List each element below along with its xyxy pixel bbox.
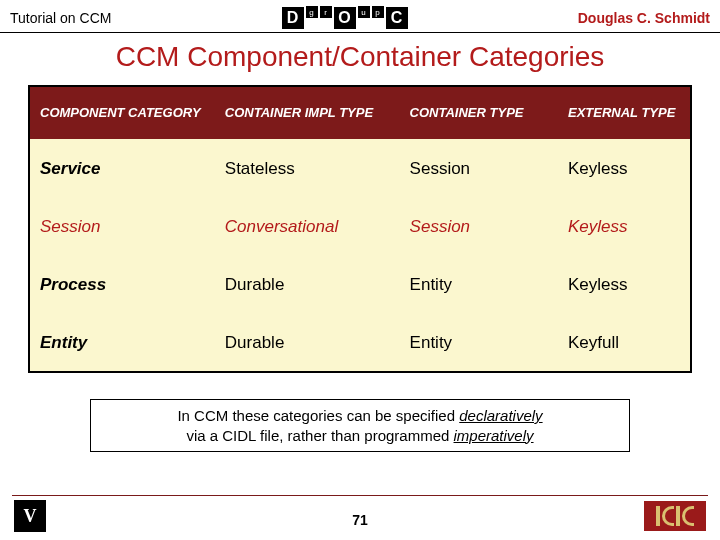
cell-container: Session — [400, 198, 558, 255]
isis-bar-icon — [676, 506, 680, 526]
logo-letter-o: O — [333, 6, 357, 30]
slide-footer: V — [0, 500, 720, 532]
isis-bar-icon — [656, 506, 660, 526]
logo-letter-p: p — [371, 5, 385, 19]
vanderbilt-logo-icon: V — [14, 500, 46, 532]
th-container-impl-type: CONTAINER IMPL TYPE — [215, 87, 400, 139]
th-external-type: EXTERNAL TYPE — [558, 87, 690, 139]
isis-logo-icon — [644, 501, 706, 531]
logo-letter-g: g — [305, 5, 319, 19]
cell-category: Session — [30, 198, 215, 255]
doc-group-logo: D g r O u p C — [281, 6, 409, 30]
categories-table: COMPONENT CATEGORY CONTAINER IMPL TYPE C… — [28, 85, 692, 373]
table-row: Process Durable Entity Keyless — [30, 255, 690, 313]
logo-letter-d: D — [281, 6, 305, 30]
slide-title: CCM Component/Container Categories — [0, 41, 720, 73]
th-component-category: COMPONENT CATEGORY — [30, 87, 215, 139]
table-row: Session Conversational Session Keyless — [30, 197, 690, 255]
header-left-text: Tutorial on CCM — [10, 10, 111, 26]
isis-curve-icon — [662, 506, 674, 526]
cell-container: Entity — [400, 314, 558, 371]
isis-curve-icon — [682, 506, 694, 526]
logo-letter-r: r — [319, 5, 333, 19]
cell-external: Keyless — [558, 256, 690, 313]
slide-header: Tutorial on CCM D g r O u p C Douglas C.… — [0, 0, 720, 33]
cell-impl: Durable — [215, 314, 400, 371]
cell-category: Service — [30, 140, 215, 197]
cell-category: Entity — [30, 314, 215, 371]
cell-impl: Stateless — [215, 140, 400, 197]
cell-category: Process — [30, 256, 215, 313]
table-row: Entity Durable Entity Keyfull — [30, 313, 690, 371]
cell-external: Keyless — [558, 198, 690, 255]
logo-letter-c: C — [385, 6, 409, 30]
cell-container: Entity — [400, 256, 558, 313]
note-declaratively: declaratively — [459, 407, 542, 424]
note-box: In CCM these categories can be specified… — [90, 399, 630, 452]
note-pre: In CCM these categories can be specified — [177, 407, 459, 424]
note-imperatively: imperatively — [454, 427, 534, 444]
cell-external: Keyless — [558, 140, 690, 197]
cell-impl: Durable — [215, 256, 400, 313]
footer-separator — [12, 495, 708, 496]
table-header-row: COMPONENT CATEGORY CONTAINER IMPL TYPE C… — [30, 87, 690, 139]
note-mid: via a CIDL file, rather than programmed — [186, 427, 453, 444]
logo-letter-u: u — [357, 5, 371, 19]
header-right-author: Douglas C. Schmidt — [578, 10, 710, 26]
cell-external: Keyfull — [558, 314, 690, 371]
table-row: Service Stateless Session Keyless — [30, 139, 690, 197]
cell-impl: Conversational — [215, 198, 400, 255]
cell-container: Session — [400, 140, 558, 197]
th-container-type: CONTAINER TYPE — [400, 87, 558, 139]
